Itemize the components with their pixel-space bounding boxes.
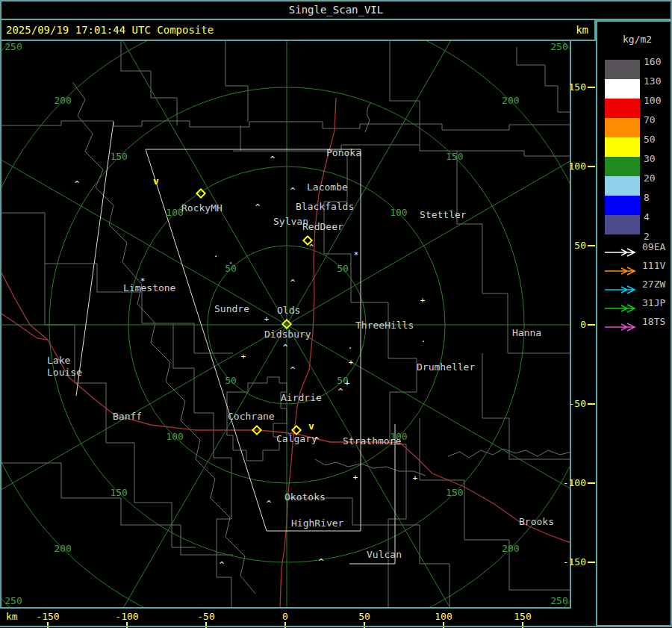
town-marker: · (228, 258, 234, 268)
town-marker: ^ (309, 243, 314, 252)
right-axis-tick (588, 245, 595, 246)
city-label: RedDeer (302, 221, 343, 232)
track-arrow-icon (603, 303, 638, 314)
track-arrow-icon (603, 266, 638, 276)
county-boundary-line (517, 47, 570, 112)
town-marker: ^ (314, 435, 320, 445)
range-ring-label: 100 (166, 431, 183, 442)
track-legend-row: 111V (603, 265, 672, 280)
track-arrow-icon (603, 322, 638, 332)
range-ring-label: 150 (446, 151, 463, 162)
right-axis-tick-label: 100 (569, 161, 586, 172)
radial-line (287, 325, 570, 525)
track-id-label: 31JP (642, 297, 665, 308)
city-label: Okotoks (284, 491, 326, 503)
bottom-axis-tick-label: 100 (435, 611, 452, 622)
right-axis-tick-label: -50 (569, 398, 586, 409)
right-axis-unit-label: km (576, 24, 588, 36)
track-id-label: 18TS (642, 316, 665, 327)
range-ring-label: 100 (390, 207, 407, 218)
bottom-axis-tick-label: 50 (358, 611, 370, 622)
town-marker: ^ (290, 365, 296, 375)
town-marker: ^ (75, 179, 80, 189)
storm-vector-marker: v (153, 175, 159, 187)
town-marker: ^ (270, 155, 276, 164)
track-arrow-icon (603, 247, 638, 258)
city-label: Hanna (512, 327, 541, 338)
legend-threshold-label: 50 (644, 134, 671, 145)
legend-color-swatch (605, 60, 640, 79)
city-label: Banff (113, 411, 142, 422)
town-marker: + (353, 473, 358, 482)
track-id-label: 27ZW (642, 279, 665, 290)
map-bottom-border (0, 607, 571, 609)
legend-color-swatch (605, 215, 640, 234)
info-bar: 2025/09/19 17:01:44 UTC Composite km (0, 20, 596, 41)
town-marker: + (345, 379, 350, 388)
right-axis-tick-label: -150 (563, 556, 586, 568)
radar-map[interactable]: 5050505010010010010015015015015020020020… (1, 41, 570, 607)
city-label: Stettler (420, 209, 467, 220)
bottom-axis-tick-label: -50 (197, 611, 214, 622)
legend-threshold-label: 2 (644, 231, 671, 242)
town-marker: ^ (283, 343, 288, 352)
legend-threshold-label: 4 (644, 211, 671, 223)
county-boundary-line (45, 264, 196, 547)
town-marker: * (140, 276, 146, 286)
right-axis: 150100500-50-100-150 (571, 41, 596, 609)
town-marker: ^ (267, 499, 272, 509)
bottom-axis-tick-label: 150 (514, 611, 531, 622)
town-marker: + (264, 314, 270, 324)
county-boundary-line (457, 151, 570, 353)
track-id-label: 111V (642, 260, 665, 271)
radar-map-viewport[interactable]: 5050505010010010010015015015015020020020… (0, 41, 571, 609)
city-label: Blackfalds (296, 201, 354, 212)
storm-vector-marker: v (308, 420, 314, 432)
bottom-axis-unit-label: km (6, 611, 18, 622)
bottom-axis-tick-label: -150 (36, 611, 59, 622)
legend-panel: kg/m2 1601301007050302084209EA111V27ZW31… (596, 20, 672, 627)
town-marker: · (348, 343, 353, 353)
city-label: Vulcan (367, 549, 402, 560)
town-marker: + (241, 352, 246, 361)
city-label: Olds (277, 305, 300, 316)
right-axis-tick (588, 562, 595, 563)
radial-line (1, 125, 287, 326)
range-ring-label: 150 (446, 487, 463, 498)
city-label: Louise (47, 367, 82, 378)
legend-color-swatch (605, 137, 640, 157)
legend-color-swatch (605, 79, 640, 99)
town-marker: + (420, 296, 426, 305)
legend-color-swatch (605, 118, 640, 137)
range-ring-label: 250 (4, 41, 22, 52)
city-label: Didsbury (264, 329, 311, 340)
legend-color-swatch (605, 99, 640, 118)
bottom-axis-tick-label: 0 (282, 611, 288, 622)
legend-threshold-label: 70 (644, 114, 671, 125)
right-axis-tick-label: 50 (574, 240, 586, 251)
range-ring-label: 250 (550, 41, 567, 52)
city-label: Sundre (214, 303, 249, 314)
right-axis-tick-label: 150 (569, 81, 586, 93)
right-axis-tick (588, 166, 595, 167)
town-marker: ^ (319, 557, 324, 567)
range-ring-label: 250 (4, 595, 22, 606)
city-label: HighRiver (291, 517, 344, 529)
legend-threshold-label: 20 (644, 172, 671, 184)
radial-line (87, 325, 287, 607)
city-label: RockyMH (181, 202, 223, 214)
page-bottom-border (0, 626, 672, 627)
range-ring-label: 50 (225, 375, 237, 386)
legend-threshold-label: 100 (644, 95, 671, 106)
city-label: Airdrie (281, 392, 322, 403)
city-label: Drumheller (417, 361, 475, 373)
city-label: Cochrane (228, 411, 275, 422)
legend-unit-label: kg/m2 (623, 34, 652, 45)
county-boundary-line (1, 213, 233, 353)
county-boundary-line (121, 41, 177, 125)
legend-threshold-label: 130 (644, 75, 671, 87)
county-boundary-line (1, 463, 233, 555)
track-arrow-icon (603, 285, 638, 295)
range-ring-label: 200 (54, 543, 71, 554)
legend-threshold-label: 30 (644, 153, 671, 164)
